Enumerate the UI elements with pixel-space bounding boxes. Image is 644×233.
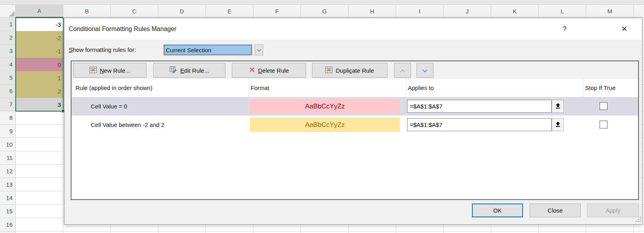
column-header-e[interactable]: E (206, 5, 253, 18)
range-picker-icon (555, 103, 561, 110)
header-rule: Rule (applied in order shown) (75, 79, 152, 97)
column-headers: A B C D E F G H I J K L M (16, 5, 644, 18)
row-header-9[interactable]: 9 (0, 125, 16, 138)
row-headers: 1 2 3 4 5 6 7 8 9 10 11 12 13 14 15 16 (0, 18, 16, 233)
row-header-13[interactable]: 13 (0, 178, 16, 191)
column-divider (405, 79, 406, 97)
show-rules-label: Show formatting rules for: (69, 44, 136, 55)
cell-a5[interactable]: 1 (16, 71, 63, 84)
column-header-g[interactable]: G (301, 5, 349, 18)
move-rule-down-button[interactable] (416, 63, 433, 78)
row-header-7[interactable]: 7 (0, 98, 16, 111)
delete-rule-button[interactable]: Delete Rule (232, 63, 306, 78)
cell-a4[interactable]: 0 (16, 58, 63, 71)
edit-rule-button[interactable]: Edit Rule... (153, 63, 226, 78)
chevron-up-icon (400, 67, 405, 74)
cell-a7[interactable]: 3 (16, 98, 63, 111)
excel-window: A B C D E F G H I J K L M 1 2 3 4 5 6 7 … (0, 0, 644, 233)
collapse-dialog-button[interactable] (552, 100, 564, 113)
column-header-k[interactable]: K (491, 5, 539, 18)
rules-list-container: New Rule... Edit Rule... Delete Rule Dup… (71, 61, 639, 200)
duplicate-rule-label: Duplicate Rule (336, 67, 374, 74)
cell-a3[interactable]: -1 (16, 44, 63, 58)
apply-button[interactable]: Apply (587, 204, 639, 217)
row-header-6[interactable]: 6 (0, 84, 16, 98)
resize-grip[interactable] (636, 216, 641, 223)
header-stop-if-true: Stop If True (585, 79, 616, 97)
row-header-14[interactable]: 14 (0, 191, 16, 205)
column-header-j[interactable]: J (444, 5, 491, 18)
column-header-c[interactable]: C (111, 5, 158, 18)
row-header-2[interactable]: 2 (0, 31, 16, 44)
chevron-down-icon (257, 47, 261, 53)
cell-a2[interactable]: -2 (16, 31, 63, 44)
column-a-cells: -3 -2 -1 0 1 2 3 (16, 18, 63, 111)
duplicate-rule-button[interactable]: Duplicate Rule (312, 63, 387, 78)
row-header-8[interactable]: 8 (0, 111, 16, 125)
stop-if-true-checkbox[interactable] (600, 121, 607, 128)
rules-scope-dropdown-button[interactable] (255, 44, 263, 55)
row-header-11[interactable]: 11 (0, 151, 16, 165)
format-preview: AaBbCcYyZz (250, 99, 400, 114)
row-header-partial (0, 231, 16, 233)
column-header-l[interactable]: L (539, 5, 586, 18)
edit-rule-label: Edit Rule... (180, 67, 209, 74)
formula-bar-remnant (0, 0, 644, 5)
close-button[interactable]: Close (530, 204, 581, 217)
column-header-partial (634, 5, 644, 18)
applies-to-group (407, 118, 564, 131)
range-picker-icon (555, 121, 561, 128)
select-all-triangle-icon (9, 11, 15, 17)
header-applies-to: Applies to (408, 79, 434, 97)
column-header-f[interactable]: F (253, 5, 301, 18)
edit-rule-pencil-icon (170, 66, 177, 74)
cell-a1[interactable]: -3 (16, 18, 63, 31)
collapse-dialog-button[interactable] (552, 118, 564, 131)
rule-description: Cell Value between -2 and 2 (91, 116, 164, 134)
row-header-12[interactable]: 12 (0, 165, 16, 178)
delete-rule-label: Delete Rule (258, 67, 289, 74)
column-header-h[interactable]: H (349, 5, 396, 18)
row-header-10[interactable]: 10 (0, 138, 16, 151)
select-all-corner[interactable] (0, 5, 16, 18)
new-rule-button[interactable]: New Rule... (73, 63, 147, 78)
row-header-4[interactable]: 4 (0, 58, 16, 71)
row-header-5[interactable]: 5 (0, 71, 16, 84)
column-header-m[interactable]: M (586, 5, 634, 18)
row-header-16[interactable]: 16 (0, 218, 16, 231)
cf-rules-manager-dialog: Conditional Formatting Rules Manager ? ✕… (64, 18, 642, 225)
format-preview: AaBbCcYyZz (250, 117, 400, 132)
cell-a6[interactable]: 2 (16, 84, 63, 98)
new-rule-table-icon (90, 67, 97, 74)
column-header-i[interactable]: I (396, 5, 444, 18)
chevron-down-icon (422, 67, 428, 74)
header-format: Format (251, 79, 270, 97)
delete-x-icon (249, 67, 255, 74)
move-rule-up-button[interactable] (394, 63, 411, 78)
help-button[interactable]: ? (559, 18, 571, 40)
dialog-titlebar[interactable]: Conditional Formatting Rules Manager ? ✕ (64, 18, 642, 40)
rules-list-header: Rule (applied in order shown) Format App… (72, 79, 638, 97)
duplicate-rule-table-icon (325, 67, 332, 74)
rule-row-1[interactable]: Cell Value = 0 AaBbCcYyZz (72, 97, 638, 116)
stop-if-true-checkbox[interactable] (600, 102, 607, 110)
row-header-15[interactable]: 15 (0, 205, 16, 218)
rules-toolbar: New Rule... Edit Rule... Delete Rule Dup… (72, 61, 638, 79)
close-icon[interactable]: ✕ (616, 18, 632, 40)
new-rule-label: New Rule... (100, 67, 130, 74)
rule-row-2[interactable]: Cell Value between -2 and 2 AaBbCcYyZz (72, 116, 638, 134)
rules-scope-select[interactable]: Current Selection (163, 44, 252, 55)
column-divider (249, 79, 249, 97)
applies-to-input[interactable] (407, 100, 552, 113)
applies-to-group (407, 100, 564, 113)
row-header-1[interactable]: 1 (0, 18, 16, 31)
applies-to-input[interactable] (407, 118, 552, 131)
column-header-d[interactable]: D (158, 5, 206, 18)
rules-scope-value: Current Selection (166, 47, 211, 53)
column-divider (583, 79, 583, 97)
dialog-title: Conditional Formatting Rules Manager (69, 18, 176, 40)
column-header-b[interactable]: B (63, 5, 111, 18)
ok-button[interactable]: OK (472, 204, 523, 217)
row-header-3[interactable]: 3 (0, 44, 16, 58)
column-header-a[interactable]: A (16, 5, 63, 18)
